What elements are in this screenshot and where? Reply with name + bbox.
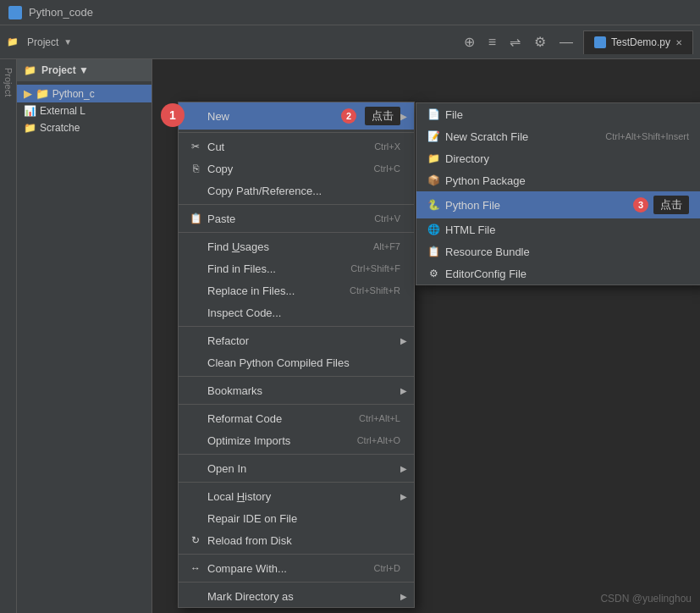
step-3-click-label: 点击: [653, 196, 689, 214]
clean-icon: [189, 356, 202, 369]
menu-item-bookmarks[interactable]: Bookmarks: [179, 379, 414, 401]
menu-item-find-usages[interactable]: Find Usages Alt+F7: [179, 235, 414, 257]
watermark: CSDN @yuelinghou: [600, 593, 692, 605]
tab-close[interactable]: ✕: [675, 38, 682, 47]
submenu-resource-bundle[interactable]: 📋 Resource Bundle: [416, 240, 700, 262]
compare-shortcut: Ctrl+D: [349, 563, 400, 573]
menu-item-refactor[interactable]: Refactor: [179, 329, 414, 351]
menu-copy-label: Copy: [207, 163, 344, 175]
tree-item-external[interactable]: 📊 External L: [17, 102, 152, 119]
compare-icon: ↔: [189, 561, 202, 575]
project-tree: ▶ 📁 Python_c 📊 External L 📁 Scratche: [17, 81, 152, 140]
menu-item-cut[interactable]: ✂ Cut Ctrl+X: [179, 135, 414, 157]
menu-item-find-in-files[interactable]: Find in Files... Ctrl+Shift+F: [179, 257, 414, 279]
menu-replace-label: Replace in Files...: [207, 284, 319, 297]
submenu-python-package[interactable]: 📦 Python Package: [416, 169, 700, 191]
submenu-directory[interactable]: 📁 Directory: [416, 147, 700, 169]
separator-3: [179, 232, 414, 233]
project-side-icon[interactable]: Project: [3, 68, 14, 97]
tree-item-scratch-label: Scratche: [40, 122, 80, 134]
project-header-label: Project ▼: [41, 64, 89, 76]
menu-item-compare[interactable]: ↔ Compare With... Ctrl+D: [179, 557, 414, 579]
minimize-icon[interactable]: —: [556, 33, 576, 52]
replace-shortcut: Ctrl+Shift+R: [324, 285, 400, 295]
list-icon[interactable]: ≡: [485, 33, 499, 52]
submenu-editorconfig[interactable]: ⚙ EditorConfig File: [416, 262, 700, 284]
paste-shortcut: Ctrl+V: [349, 213, 400, 224]
menu-paste-label: Paste: [207, 213, 344, 225]
project-header[interactable]: 📁 Project ▼: [17, 59, 152, 81]
separator-10: [179, 582, 414, 583]
submenu-file[interactable]: 📄 File: [416, 103, 700, 125]
context-menu: New 2 点击 ▶ 📄 File 📝 New Scratch File Ctr…: [178, 102, 415, 608]
submenu-new-scratch[interactable]: 📝 New Scratch File Ctrl+Alt+Shift+Insert: [416, 125, 700, 147]
menu-item-reformat[interactable]: Reformat Code Ctrl+Alt+L: [179, 407, 414, 429]
tree-item-scratch[interactable]: 📁 Scratche: [17, 119, 152, 136]
dropdown-arrow[interactable]: ▼: [63, 37, 72, 47]
folder-icon: ▶ 📁: [24, 87, 49, 100]
sync-icon[interactable]: ⇌: [506, 32, 524, 52]
menu-item-clean-python[interactable]: Clean Python Compiled Files: [179, 351, 414, 373]
directory-icon: 📁: [427, 152, 440, 165]
menu-find-files-label: Find in Files...: [207, 262, 320, 275]
tab-label: TestDemo.py: [611, 36, 670, 48]
submenu-python-file[interactable]: 🐍 Python File 3 点击: [416, 191, 700, 218]
content-area: 1 右键 New 2 点击 ▶ 📄 File 📝 Ne: [152, 59, 700, 613]
menu-inspect-label: Inspect Code...: [207, 306, 400, 319]
find-usages-shortcut: Alt+F7: [348, 241, 400, 251]
cut-icon: ✂: [189, 140, 202, 153]
find-usages-icon: [189, 240, 202, 253]
menu-item-repair-ide[interactable]: Repair IDE on File: [179, 507, 414, 529]
settings-icon[interactable]: ⚙: [531, 32, 549, 52]
inspect-icon: [189, 306, 202, 319]
cut-shortcut: Ctrl+X: [349, 141, 400, 152]
menu-item-paste[interactable]: 📋 Paste Ctrl+V: [179, 207, 414, 229]
main-layout: Project 📁 Project ▼ ▶ 📁 Python_c 📊 Exter…: [0, 59, 700, 613]
scratch-shortcut: Ctrl+Alt+Shift+Insert: [580, 131, 689, 141]
file-tab[interactable]: TestDemo.py ✕: [583, 30, 693, 54]
submenu-python-package-label: Python Package: [445, 174, 689, 187]
new-submenu: 📄 File 📝 New Scratch File Ctrl+Alt+Shift…: [416, 102, 700, 285]
paste-icon: 📋: [189, 212, 202, 225]
menu-find-usages-label: Find Usages: [207, 240, 343, 253]
step-1-indicator: 1: [161, 103, 185, 127]
menu-new-label: New: [207, 110, 333, 123]
menu-item-inspect-code[interactable]: Inspect Code...: [179, 301, 414, 323]
local-history-icon: [189, 489, 202, 503]
copy-shortcut: Ctrl+C: [349, 163, 400, 174]
menu-item-replace-in-files[interactable]: Replace in Files... Ctrl+Shift+R: [179, 279, 414, 301]
find-files-shortcut: Ctrl+Shift+F: [325, 263, 400, 273]
menu-compare-label: Compare With...: [207, 562, 344, 575]
side-panel-icons: Project: [0, 59, 17, 613]
step-3-badge: 3: [633, 197, 648, 213]
project-dropdown[interactable]: Project: [27, 36, 58, 48]
submenu-directory-label: Directory: [445, 152, 689, 165]
menu-clean-label: Clean Python Compiled Files: [207, 356, 400, 369]
separator-9: [179, 554, 414, 555]
title-bar: Python_code: [0, 0, 700, 25]
separator-1: [179, 132, 414, 133]
menu-item-optimize[interactable]: Optimize Imports Ctrl+Alt+O: [179, 429, 414, 451]
menu-item-copy[interactable]: ⎘ Copy Ctrl+C: [179, 157, 414, 179]
tree-item-python[interactable]: ▶ 📁 Python_c: [17, 85, 152, 102]
repair-icon: [189, 511, 202, 525]
menu-item-open-in[interactable]: Open In: [179, 457, 414, 479]
copy-icon: ⎘: [189, 162, 202, 175]
add-icon[interactable]: ⊕: [460, 32, 478, 52]
new-click-label: 点击: [365, 107, 400, 125]
python-package-icon: 📦: [427, 174, 440, 187]
menu-item-local-history[interactable]: Local History: [179, 485, 414, 507]
separator-8: [179, 482, 414, 483]
submenu-html-file[interactable]: 🌐 HTML File: [416, 218, 700, 240]
menu-item-copy-path[interactable]: Copy Path/Reference...: [179, 179, 414, 202]
submenu-scratch-label: New Scratch File: [445, 130, 575, 143]
menu-item-reload[interactable]: ↻ Reload from Disk: [179, 529, 414, 551]
project-label: 📁: [7, 36, 19, 47]
tree-item-label: Python_c: [52, 88, 95, 100]
toolbar-icons: ⊕ ≡ ⇌ ⚙ — TestDemo.py ✕: [460, 30, 693, 54]
replace-icon: [189, 284, 202, 297]
menu-item-new[interactable]: New 2 点击 ▶ 📄 File 📝 New Scratch File Ctr…: [179, 102, 414, 130]
menu-item-mark-directory[interactable]: Mark Directory as: [179, 585, 414, 607]
mark-icon: [189, 589, 202, 603]
copy-path-icon: [189, 184, 202, 197]
